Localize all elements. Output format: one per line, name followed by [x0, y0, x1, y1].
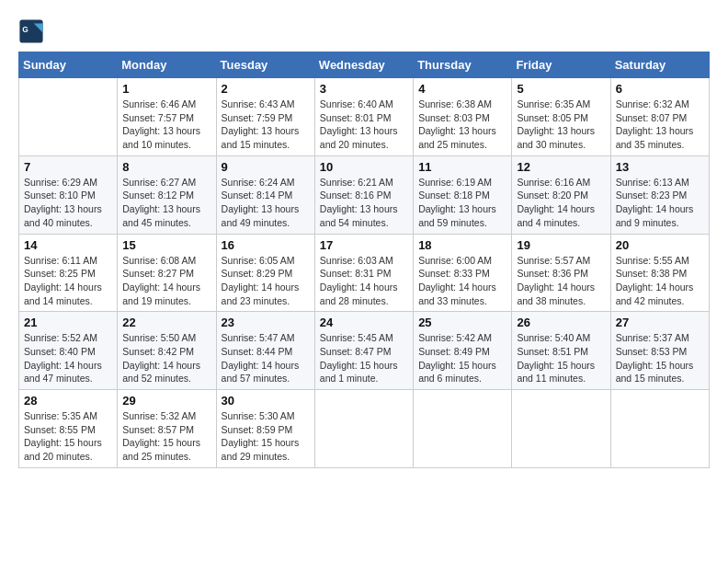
- day-number: 27: [616, 316, 704, 329]
- calendar-header: SundayMondayTuesdayWednesdayThursdayFrid…: [19, 52, 710, 78]
- weekday-header-sunday: Sunday: [19, 52, 118, 78]
- day-number: 5: [517, 82, 605, 96]
- day-info: Sunrise: 6:43 AMSunset: 7:59 PMDaylight:…: [222, 98, 310, 152]
- calendar-cell: [414, 390, 512, 468]
- calendar-cell: 5Sunrise: 6:35 AMSunset: 8:05 PMDaylight…: [512, 78, 610, 156]
- day-info: Sunrise: 6:27 AMSunset: 8:12 PMDaylight:…: [122, 176, 210, 230]
- day-number: 24: [320, 316, 408, 329]
- calendar-cell: [512, 390, 610, 468]
- calendar-cell: 9Sunrise: 6:24 AMSunset: 8:14 PMDaylight…: [216, 155, 314, 234]
- day-info: Sunrise: 5:52 AMSunset: 8:40 PMDaylight:…: [24, 331, 112, 385]
- day-info: Sunrise: 6:32 AMSunset: 8:07 PMDaylight:…: [616, 98, 704, 152]
- day-info: Sunrise: 5:30 AMSunset: 8:59 PMDaylight:…: [222, 409, 310, 464]
- weekday-header-tuesday: Tuesday: [216, 52, 314, 78]
- calendar-cell: 6Sunrise: 6:32 AMSunset: 8:07 PMDaylight…: [610, 78, 709, 156]
- day-info: Sunrise: 6:38 AMSunset: 8:03 PMDaylight:…: [418, 98, 506, 152]
- logo: G: [18, 18, 48, 44]
- calendar-cell: 17Sunrise: 6:03 AMSunset: 8:31 PMDayligh…: [314, 234, 413, 312]
- calendar-cell: 3Sunrise: 6:40 AMSunset: 8:01 PMDaylight…: [314, 78, 413, 156]
- calendar-cell: 11Sunrise: 6:19 AMSunset: 8:18 PMDayligh…: [414, 155, 512, 234]
- day-info: Sunrise: 6:13 AMSunset: 8:23 PMDaylight:…: [616, 176, 704, 230]
- day-number: 16: [222, 238, 310, 252]
- calendar-cell: 8Sunrise: 6:27 AMSunset: 8:12 PMDaylight…: [118, 155, 216, 234]
- calendar-cell: 10Sunrise: 6:21 AMSunset: 8:16 PMDayligh…: [314, 155, 413, 234]
- calendar-cell: 12Sunrise: 6:16 AMSunset: 8:20 PMDayligh…: [512, 155, 610, 234]
- calendar-week-2: 7Sunrise: 6:29 AMSunset: 8:10 PMDaylight…: [19, 155, 710, 234]
- weekday-header-saturday: Saturday: [610, 52, 709, 78]
- day-info: Sunrise: 6:35 AMSunset: 8:05 PMDaylight:…: [517, 98, 605, 152]
- weekday-header-monday: Monday: [118, 52, 216, 78]
- day-number: 25: [418, 316, 506, 329]
- day-info: Sunrise: 5:42 AMSunset: 8:49 PMDaylight:…: [418, 331, 506, 385]
- day-info: Sunrise: 6:29 AMSunset: 8:10 PMDaylight:…: [24, 176, 112, 230]
- day-info: Sunrise: 6:16 AMSunset: 8:20 PMDaylight:…: [517, 176, 605, 230]
- day-info: Sunrise: 5:40 AMSunset: 8:51 PMDaylight:…: [517, 331, 605, 385]
- day-number: 12: [517, 160, 605, 174]
- day-info: Sunrise: 5:45 AMSunset: 8:47 PMDaylight:…: [320, 331, 408, 385]
- day-number: 18: [418, 238, 506, 252]
- weekday-header-friday: Friday: [512, 52, 610, 78]
- calendar-table: SundayMondayTuesdayWednesdayThursdayFrid…: [18, 52, 710, 468]
- day-number: 10: [320, 160, 408, 174]
- day-number: 7: [24, 160, 112, 174]
- day-number: 30: [222, 394, 310, 408]
- day-info: Sunrise: 6:46 AMSunset: 7:57 PMDaylight:…: [122, 98, 210, 152]
- day-info: Sunrise: 5:50 AMSunset: 8:42 PMDaylight:…: [122, 331, 210, 385]
- day-number: 22: [122, 316, 210, 329]
- calendar-cell: 1Sunrise: 6:46 AMSunset: 7:57 PMDaylight…: [118, 78, 216, 156]
- day-info: Sunrise: 6:03 AMSunset: 8:31 PMDaylight:…: [320, 254, 408, 308]
- day-info: Sunrise: 5:32 AMSunset: 8:57 PMDaylight:…: [122, 409, 210, 464]
- calendar-cell: 23Sunrise: 5:47 AMSunset: 8:44 PMDayligh…: [216, 312, 314, 390]
- day-number: 20: [616, 238, 704, 252]
- calendar-cell: 22Sunrise: 5:50 AMSunset: 8:42 PMDayligh…: [118, 312, 216, 390]
- day-number: 23: [222, 316, 310, 329]
- day-info: Sunrise: 5:57 AMSunset: 8:36 PMDaylight:…: [517, 254, 605, 308]
- day-number: 13: [616, 160, 704, 174]
- day-info: Sunrise: 6:00 AMSunset: 8:33 PMDaylight:…: [418, 254, 506, 308]
- weekday-header-wednesday: Wednesday: [314, 52, 413, 78]
- calendar-cell: 18Sunrise: 6:00 AMSunset: 8:33 PMDayligh…: [414, 234, 512, 312]
- day-number: 26: [517, 316, 605, 329]
- calendar-cell: 19Sunrise: 5:57 AMSunset: 8:36 PMDayligh…: [512, 234, 610, 312]
- calendar-week-5: 28Sunrise: 5:35 AMSunset: 8:55 PMDayligh…: [19, 390, 710, 468]
- calendar-week-1: 1Sunrise: 6:46 AMSunset: 7:57 PMDaylight…: [19, 78, 710, 156]
- calendar-cell: 25Sunrise: 5:42 AMSunset: 8:49 PMDayligh…: [414, 312, 512, 390]
- calendar-cell: 30Sunrise: 5:30 AMSunset: 8:59 PMDayligh…: [216, 390, 314, 468]
- calendar-cell: 13Sunrise: 6:13 AMSunset: 8:23 PMDayligh…: [610, 155, 709, 234]
- day-info: Sunrise: 6:08 AMSunset: 8:27 PMDaylight:…: [122, 254, 210, 308]
- calendar-cell: 28Sunrise: 5:35 AMSunset: 8:55 PMDayligh…: [19, 390, 118, 468]
- logo-icon: G: [18, 18, 44, 44]
- calendar-cell: [610, 390, 709, 468]
- calendar-cell: 4Sunrise: 6:38 AMSunset: 8:03 PMDaylight…: [414, 78, 512, 156]
- calendar-cell: [314, 390, 413, 468]
- day-number: 28: [24, 394, 112, 408]
- day-number: 17: [320, 238, 408, 252]
- svg-text:G: G: [22, 25, 28, 34]
- calendar-cell: 16Sunrise: 6:05 AMSunset: 8:29 PMDayligh…: [216, 234, 314, 312]
- day-number: 9: [222, 160, 310, 174]
- day-number: 8: [122, 160, 210, 174]
- day-number: 3: [320, 82, 408, 96]
- calendar-week-3: 14Sunrise: 6:11 AMSunset: 8:25 PMDayligh…: [19, 234, 710, 312]
- calendar-cell: 15Sunrise: 6:08 AMSunset: 8:27 PMDayligh…: [118, 234, 216, 312]
- day-number: 11: [418, 160, 506, 174]
- day-number: 1: [122, 82, 210, 96]
- day-info: Sunrise: 6:19 AMSunset: 8:18 PMDaylight:…: [418, 176, 506, 230]
- calendar-cell: [19, 78, 118, 156]
- calendar-cell: 29Sunrise: 5:32 AMSunset: 8:57 PMDayligh…: [118, 390, 216, 468]
- day-info: Sunrise: 6:40 AMSunset: 8:01 PMDaylight:…: [320, 98, 408, 152]
- weekday-header-thursday: Thursday: [414, 52, 512, 78]
- day-number: 19: [517, 238, 605, 252]
- day-number: 21: [24, 316, 112, 329]
- weekday-header-row: SundayMondayTuesdayWednesdayThursdayFrid…: [19, 52, 710, 78]
- calendar-cell: 24Sunrise: 5:45 AMSunset: 8:47 PMDayligh…: [314, 312, 413, 390]
- calendar-cell: 27Sunrise: 5:37 AMSunset: 8:53 PMDayligh…: [610, 312, 709, 390]
- day-number: 2: [222, 82, 310, 96]
- calendar-cell: 14Sunrise: 6:11 AMSunset: 8:25 PMDayligh…: [19, 234, 118, 312]
- day-info: Sunrise: 5:55 AMSunset: 8:38 PMDaylight:…: [616, 254, 704, 308]
- day-number: 14: [24, 238, 112, 252]
- day-number: 6: [616, 82, 704, 96]
- day-info: Sunrise: 5:47 AMSunset: 8:44 PMDaylight:…: [222, 331, 310, 385]
- page-header: G: [18, 18, 710, 44]
- calendar-cell: 20Sunrise: 5:55 AMSunset: 8:38 PMDayligh…: [610, 234, 709, 312]
